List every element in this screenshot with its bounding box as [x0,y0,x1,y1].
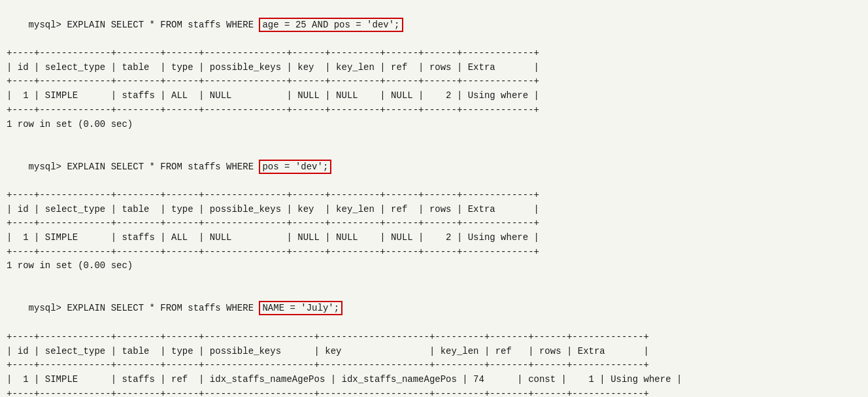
divider-3a: +----+-------------+--------+------+----… [7,330,861,345]
highlight-2: pos = 'dev'; [259,160,331,174]
prompt-2: mysql> EXPLAIN SELECT * FROM staffs WHER… [29,162,259,172]
header-1: | id | select_type | table | type | poss… [7,61,861,75]
divider-3b: +----+-------------+--------+------+----… [7,358,861,373]
terminal-window: mysql> EXPLAIN SELECT * FROM staffs WHER… [0,0,868,397]
divider-1c: +----+-------------+--------+------+----… [7,103,861,118]
data-row-3: | 1 | SIMPLE | staffs | ref | idx_staffs… [7,373,861,387]
data-row-1: | 1 | SIMPLE | staffs | ALL | NULL | NUL… [7,89,861,103]
divider-1b: +----+-------------+--------+------+----… [7,75,861,89]
data-row-2: | 1 | SIMPLE | staffs | ALL | NULL | NUL… [7,231,861,245]
result-1: 1 row in set (0.00 sec) [7,118,861,132]
query-line-3: mysql> EXPLAIN SELECT * FROM staffs WHER… [7,288,861,330]
highlight-3: NAME = 'July'; [259,301,342,315]
query-line-1: mysql> EXPLAIN SELECT * FROM staffs WHER… [7,4,861,46]
highlight-1: age = 25 AND pos = 'dev'; [259,18,403,32]
divider-2a: +----+-------------+--------+------+----… [7,188,861,203]
divider-3c: +----+-------------+--------+------+----… [7,387,861,397]
header-2: | id | select_type | table | type | poss… [7,203,861,217]
divider-1a: +----+-------------+--------+------+----… [7,46,861,61]
divider-2b: +----+-------------+--------+------+----… [7,216,861,231]
prompt-3: mysql> EXPLAIN SELECT * FROM staffs WHER… [29,303,259,313]
blank-1 [7,131,861,146]
header-3: | id | select_type | table | type | poss… [7,345,861,359]
query-line-2: mysql> EXPLAIN SELECT * FROM staffs WHER… [7,146,861,188]
blank-2 [7,273,861,288]
result-2: 1 row in set (0.00 sec) [7,259,861,273]
divider-2c: +----+-------------+--------+------+----… [7,245,861,260]
prompt-1: mysql> EXPLAIN SELECT * FROM staffs WHER… [29,20,259,30]
